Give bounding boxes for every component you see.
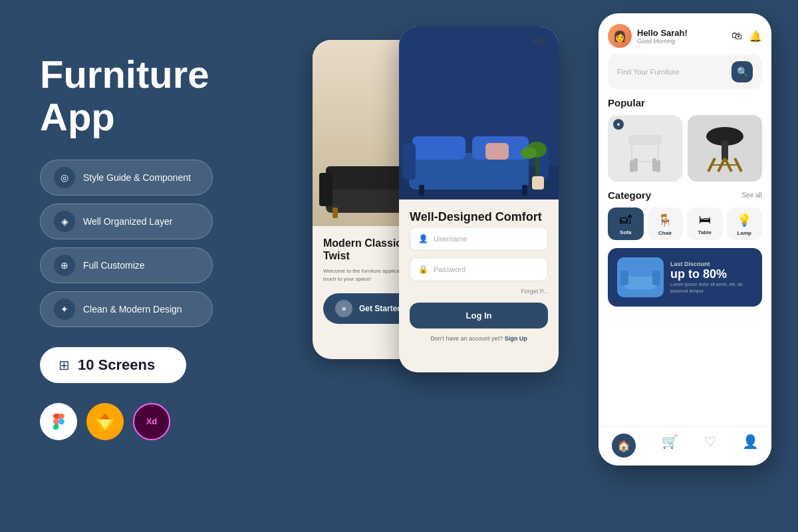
svg-rect-12 <box>402 143 416 180</box>
full-customize-icon: ⊕ <box>54 255 75 276</box>
svg-point-18 <box>521 147 537 159</box>
bell-icon[interactable]: 🔔 <box>749 30 762 43</box>
category-table[interactable]: 🛏 Table <box>687 207 723 240</box>
sofa-label: Sofa <box>620 229 631 235</box>
clean-modern-icon: ✦ <box>54 299 75 320</box>
username-field[interactable]: 👤 Username <box>410 227 548 251</box>
left-section: Furniture App ◎ Style Guide & Component … <box>40 53 266 440</box>
discount-desc: Lorem ipsum dolor sit amet, elit, do eiu… <box>670 281 753 295</box>
search-bar[interactable]: Find Your Furniture 🔍 <box>608 55 762 89</box>
user-avatar: 👩 <box>608 24 632 48</box>
svg-rect-15 <box>522 185 527 196</box>
svg-rect-28 <box>722 140 728 160</box>
nav-home[interactable]: 🏠 <box>612 434 636 458</box>
feature-list: ◎ Style Guide & Component ◈ Well Organiz… <box>40 160 266 327</box>
profile-icon: 👤 <box>742 434 759 450</box>
login-area: Well-Designed Comfort 👤 Username 🔒 Passw… <box>399 200 559 352</box>
get-started-label: Get Started <box>359 304 402 313</box>
favorite-dot: ♥ <box>613 119 624 130</box>
password-placeholder: Password <box>434 265 466 273</box>
svg-rect-22 <box>628 135 662 145</box>
login-title: Well-Designed Comfort <box>410 210 548 224</box>
signup-link[interactable]: Sign Up <box>505 335 527 342</box>
search-placeholder: Find Your Furniture <box>617 68 726 76</box>
signup-text: Don't have an account yet? Sign Up <box>410 335 548 342</box>
svg-rect-37 <box>652 271 660 285</box>
feature-well-organized: ◈ Well Organized Layer <box>40 203 213 239</box>
category-sofa[interactable]: 🛋 Sofa <box>608 207 644 240</box>
chair-label: Chair <box>658 230 672 236</box>
category-header: Category See all <box>598 190 771 201</box>
svg-rect-2 <box>319 173 332 206</box>
forget-password[interactable]: Forget P... <box>410 288 548 295</box>
search-button[interactable]: 🔍 <box>732 61 753 82</box>
figma-icon <box>40 403 77 440</box>
feature-full-customize-label: Full Customize <box>83 260 145 271</box>
svg-rect-36 <box>620 271 628 285</box>
svg-rect-4 <box>332 207 338 218</box>
popular-item-stool[interactable] <box>688 115 762 182</box>
chair-icon: 🪑 <box>658 213 672 227</box>
popular-item-chair[interactable]: ♥ <box>608 115 682 182</box>
shop-icon: 🛒 <box>662 434 678 450</box>
svg-rect-35 <box>624 267 657 277</box>
lamp-label: Lamp <box>737 230 751 236</box>
hello-text: Hello Sarah! <box>637 28 726 38</box>
user-icon: 👤 <box>418 234 428 243</box>
chair-black-image <box>688 115 762 182</box>
category-lamp[interactable]: 💡 Lamp <box>727 207 763 240</box>
svg-rect-23 <box>630 160 634 172</box>
svg-rect-10 <box>412 136 466 160</box>
discount-text: Last Discount up to 80% Lorem ipsum dolo… <box>670 261 753 295</box>
style-guide-icon: ◎ <box>54 167 75 188</box>
cart-icon[interactable]: 🛍 <box>732 30 742 43</box>
screens-icon: ⊞ <box>59 357 70 373</box>
nav-shop[interactable]: 🛒 <box>662 434 678 458</box>
see-all-link[interactable]: See all <box>741 192 762 199</box>
xd-icon: Xd <box>133 403 170 440</box>
category-chair[interactable]: 🪑 Chair <box>648 207 684 240</box>
svg-rect-20 <box>485 143 509 160</box>
feature-well-organized-label: Well Organized Layer <box>83 216 172 227</box>
discount-percent: up to 80% <box>670 267 753 281</box>
bottom-navigation: 🏠 🛒 ♡ 👤 <box>598 426 771 466</box>
username-placeholder: Username <box>434 235 467 243</box>
feature-clean-modern-label: Clean & Modern Design <box>83 304 182 315</box>
login-button[interactable]: Log In <box>410 303 548 329</box>
phones-container: Modern Classics in Every Twist Welcome t… <box>293 0 798 532</box>
feature-style-guide: ◎ Style Guide & Component <box>40 160 213 196</box>
discount-subtitle: Last Discount <box>670 261 753 267</box>
lamp-icon: 💡 <box>737 213 751 227</box>
skip-button[interactable]: Skip <box>531 36 547 45</box>
nav-profile[interactable]: 👤 <box>742 434 759 458</box>
svg-rect-14 <box>419 185 424 196</box>
heart-icon: ♡ <box>704 434 716 450</box>
phone-login: Skip <box>399 27 559 372</box>
phone2-hero <box>399 27 559 200</box>
lock-icon: 🔒 <box>418 265 428 274</box>
svg-rect-25 <box>634 158 638 172</box>
feature-clean-modern: ✦ Clean & Modern Design <box>40 291 213 327</box>
app-header: 👩 Hello Sarah! Good Morning 🛍 🔔 <box>598 13 771 55</box>
app-title: Furniture App <box>40 53 266 138</box>
table-icon: 🛏 <box>699 213 711 227</box>
home-icon: 🏠 <box>612 434 636 458</box>
header-icons: 🛍 🔔 <box>732 30 762 43</box>
phone-home: 👩 Hello Sarah! Good Morning 🛍 🔔 Find You… <box>598 13 771 466</box>
sofa-icon: 🛋 <box>620 213 632 227</box>
good-morning: Good Morning <box>637 38 726 45</box>
popular-title: Popular <box>598 97 771 108</box>
well-organized-icon: ◈ <box>54 211 75 232</box>
svg-rect-26 <box>652 158 656 172</box>
discount-sofa-image <box>617 257 664 297</box>
popular-grid: ♥ <box>598 115 771 182</box>
sketch-icon <box>86 403 124 440</box>
password-field[interactable]: 🔒 Password <box>410 257 548 281</box>
nav-favorites[interactable]: ♡ <box>704 434 716 458</box>
greeting-area: Hello Sarah! Good Morning <box>637 28 726 45</box>
tool-icons: Xd <box>40 403 266 440</box>
category-grid: 🛋 Sofa 🪑 Chair 🛏 Table 💡 Lamp <box>598 207 771 240</box>
arrow-icon: » <box>335 300 352 317</box>
table-label: Table <box>698 229 712 235</box>
svg-rect-24 <box>656 160 660 172</box>
